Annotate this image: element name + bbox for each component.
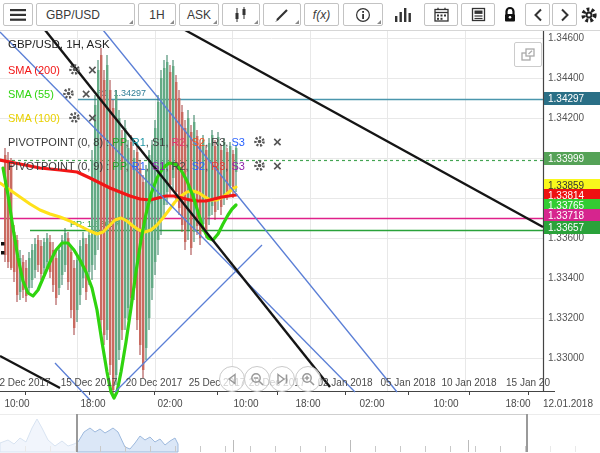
scroll-right-button[interactable] [552, 3, 577, 26]
time-axis-time-label: 10:00 [433, 398, 458, 409]
sma55-label: SMA (55) [8, 88, 54, 100]
chevron-right-icon [560, 8, 570, 22]
pivot2-tokens: PP, R1, S1, R2, S2, R3, S3 [112, 160, 245, 172]
pivot-level-label: S1 [152, 160, 165, 172]
pivot-level-label: S1 [152, 136, 165, 148]
sma100-remove-icon[interactable]: × [88, 112, 97, 124]
time-axis-date-label: 2 Dec 2017 [0, 377, 51, 388]
zoom-out-button[interactable] [244, 366, 270, 392]
price-axis-label: 1.34600 [548, 32, 584, 43]
pivot-level-label: S2 [192, 160, 205, 172]
chart-legend: GBP/USD, 1H, ASK SMA (200) × SMA (55) × … [8, 38, 282, 182]
volume-bars-icon [394, 7, 412, 22]
symbol-label: GBP/USD [46, 8, 100, 22]
pivot-level-label: R1 [132, 160, 146, 172]
sma55-remove-icon[interactable]: × [82, 88, 91, 100]
chart-title: GBP/USD, 1H, ASK [8, 38, 282, 56]
price-badge: 1.34297 [544, 92, 600, 105]
pencil-icon [275, 7, 290, 22]
time-axis-time-label: 18:00 [295, 398, 320, 409]
pivot-level-label: R1 [132, 136, 146, 148]
zoom-in-button[interactable] [295, 366, 321, 392]
legend-row-sma100: SMA (100) × [8, 110, 282, 126]
zoom-out-icon [250, 372, 264, 386]
time-axis-date-label: 02 Jan 2018 [317, 377, 372, 388]
pivot1-remove-icon[interactable]: × [273, 136, 282, 148]
legend-row-sma200: SMA (200) × [8, 62, 282, 78]
pivot-level-label: S2 [192, 136, 205, 148]
pivot2-sep: : [103, 160, 112, 172]
price-axis-label: 1.33000 [548, 352, 584, 363]
sma100-label: SMA (100) [8, 112, 60, 124]
time-axis-time-label: 18:00 [80, 398, 105, 409]
time-axis-time-label: 18:00 [505, 398, 530, 409]
pivot-level-label: PP [112, 136, 125, 148]
navigator-mask-right [527, 414, 600, 453]
volume-button[interactable] [386, 3, 420, 26]
chart-type-select[interactable] [222, 3, 260, 26]
pivot-level-label: R2 [172, 160, 186, 172]
sma200-remove-icon[interactable]: × [88, 64, 97, 76]
pivot2-name: PIVOTPOINT (0, 9) [8, 160, 103, 172]
popout-button[interactable] [514, 42, 542, 67]
sma55-settings-gear-icon[interactable] [62, 87, 75, 102]
pivot1-sep: : [103, 136, 112, 148]
dropdown-corner-icon [170, 20, 174, 24]
time-axis-time-label: 10:00 [233, 398, 258, 409]
calendar-icon [434, 7, 449, 22]
fx-label: f(x) [313, 8, 330, 22]
dropdown-corner-icon [295, 20, 299, 24]
go-to-end-button[interactable] [269, 366, 295, 392]
period-select[interactable]: 1H [138, 3, 176, 26]
menu-icon [10, 9, 26, 21]
triangle-left-icon [226, 373, 238, 385]
triangle-end-icon [276, 373, 289, 385]
indicators-button[interactable]: f(x) [304, 3, 339, 26]
pivot2-remove-icon[interactable]: × [273, 160, 282, 172]
time-axis-date-label: 10 Jan 2018 [441, 377, 496, 388]
last-date-label: 12.01.2018 [543, 398, 593, 409]
symbol-select[interactable]: GBP/USD [36, 3, 135, 26]
info-select[interactable] [343, 3, 383, 26]
navigator-handle-right[interactable] [526, 414, 528, 452]
price-axis-label: 1.34400 [548, 72, 584, 83]
lock-button[interactable] [497, 3, 523, 26]
pivot1-settings-gear-icon[interactable] [253, 135, 266, 150]
pivot1-name: PIVOTPOINT (0, 8) [8, 136, 103, 148]
chevron-left-icon [533, 8, 543, 22]
price-side-label: ASK [187, 8, 211, 22]
sma200-settings-gear-icon[interactable] [68, 63, 81, 78]
navigator-handle-left[interactable] [76, 414, 78, 452]
news-icon [471, 7, 486, 22]
time-axis-date-label: 05 Jan 2018 [380, 377, 435, 388]
pivot2-settings-gear-icon[interactable] [253, 159, 266, 174]
zoom-in-icon [301, 372, 315, 386]
lock-icon [502, 6, 518, 23]
info-icon [355, 7, 371, 23]
settings-button[interactable] [578, 3, 600, 26]
legend-row-pivotpoint-1: PIVOTPOINT (0, 8) : PP, R1, S1, R2, S2, … [8, 134, 282, 150]
pivot-level-label: R3 [211, 160, 225, 172]
scroll-left-button[interactable] [525, 3, 550, 26]
pivot-level-label: S3 [231, 160, 244, 172]
menu-button[interactable] [3, 3, 33, 26]
dropdown-corner-icon [377, 20, 381, 24]
pan-left-button[interactable] [219, 366, 245, 392]
gear-icon [580, 6, 598, 24]
price-axis-label: 1.33200 [548, 312, 584, 323]
pivot-level-label: R2 [172, 136, 186, 148]
pivot-level-label: S3 [231, 136, 244, 148]
period-label: 1H [149, 8, 164, 22]
pivot-level-label: PP [112, 160, 125, 172]
trading-app: { "toolbar": { "symbol": "GBP/USD", "per… [0, 0, 600, 453]
price-axis-label: 1.34200 [548, 112, 584, 123]
draw-tool-select[interactable] [263, 3, 301, 26]
price-side-select[interactable]: ASK [179, 3, 219, 26]
calendar-button[interactable] [424, 3, 458, 26]
news-button[interactable] [461, 3, 495, 26]
legend-row-pivotpoint-2: PIVOTPOINT (0, 9) : PP, R1, S1, R2, S2, … [8, 158, 282, 174]
sma100-settings-gear-icon[interactable] [68, 111, 81, 126]
legend-row-sma55: SMA (55) × [8, 86, 282, 102]
price-badge: 1.33999 [544, 152, 600, 165]
navigator-mask-left [0, 414, 77, 453]
